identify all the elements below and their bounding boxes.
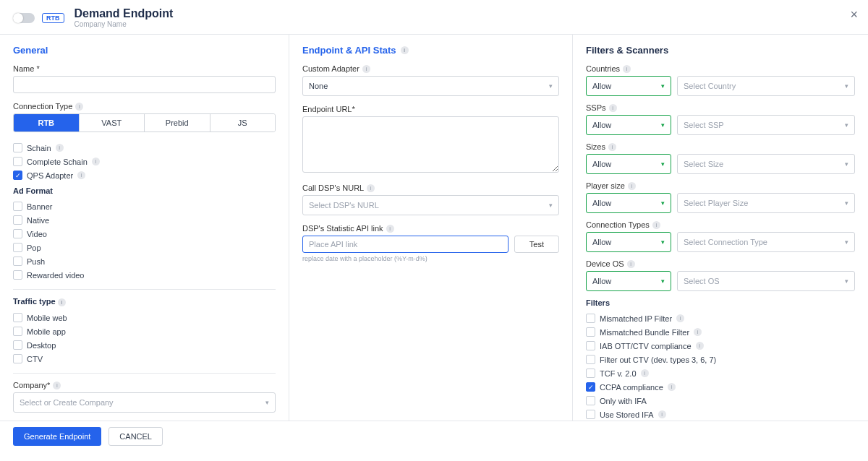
adformat-checkbox-4[interactable] [13,257,22,266]
value-select-2[interactable]: Select Size▾ [677,154,855,174]
filter-checkbox-2[interactable] [586,341,595,350]
generate-endpoint-button[interactable]: Generate Endpoint [13,427,101,446]
conn-vast[interactable]: VAST [79,114,145,132]
name-label: Name * [13,64,276,73]
section-general: General [13,45,276,56]
pair-label-0: Countries [586,64,620,73]
chain-checkbox-0[interactable] [13,143,22,152]
company-label: Company* [13,381,50,389]
chain-label-1: Complete Schain [27,158,88,166]
nurl-select[interactable]: Select DSP's NURL ▾ [302,195,559,215]
info-icon[interactable]: i [53,382,61,389]
filter-checkbox-0[interactable] [586,314,595,323]
info-icon[interactable]: i [56,144,64,152]
adformat-checkbox-2[interactable] [13,229,22,238]
adformat-checkbox-0[interactable] [13,202,22,211]
chevron-down-icon: ▾ [549,202,553,209]
info-icon[interactable]: i [676,314,684,322]
info-icon[interactable]: i [608,143,616,151]
info-icon[interactable]: i [77,171,85,179]
chain-checkbox-1[interactable] [13,157,22,166]
allow-select-0[interactable]: Allow▾ [586,76,671,96]
close-icon[interactable]: × [850,7,858,22]
adformat-checkbox-1[interactable] [13,215,22,225]
allow-select-3[interactable]: Allow▾ [586,193,671,213]
info-icon[interactable]: i [75,103,83,111]
api-link-input[interactable] [302,236,509,253]
allow-value-2: Allow [592,160,611,168]
conn-prebid[interactable]: Prebid [144,114,210,132]
value-select-4[interactable]: Select Connection Type▾ [677,232,855,252]
value-select-0[interactable]: Select Country▾ [677,76,855,96]
info-icon[interactable]: i [362,65,370,73]
nurl-placeholder: Select DSP's NURL [309,201,379,210]
filter-checkbox-3[interactable] [586,355,595,364]
allow-select-2[interactable]: Allow▾ [586,154,671,174]
allow-select-4[interactable]: Allow▾ [586,232,671,252]
value-select-3[interactable]: Select Player Size▾ [677,193,855,213]
allow-value-1: Allow [592,121,611,129]
info-icon[interactable]: i [627,260,635,268]
enable-toggle[interactable] [13,13,35,23]
adformat-label-2: Video [27,230,47,238]
name-input[interactable] [13,76,276,93]
chain-checkbox-2[interactable]: ✓ [13,171,22,180]
filter-checkbox-6[interactable] [586,396,595,405]
cancel-button[interactable]: CANCEL [109,427,163,446]
chevron-down-icon: ▾ [845,121,848,129]
info-icon[interactable]: i [696,342,704,350]
url-label: Endpoint URL* [302,105,559,113]
info-icon[interactable]: i [658,410,666,418]
adapter-select[interactable]: None ▾ [302,76,559,96]
info-icon[interactable]: i [623,65,631,73]
pair-label-2: Sizes [586,142,605,151]
value-select-1[interactable]: Select SSP▾ [677,115,855,135]
adapter-label: Custom Adapter [302,64,359,73]
conn-type-label: Connection Type [13,102,72,111]
traffic-checkbox-1[interactable] [13,327,22,336]
value-ph-5: Select OS [684,277,720,285]
info-icon[interactable]: i [92,158,100,165]
info-icon[interactable]: i [641,369,649,377]
traffic-checkbox-3[interactable] [13,354,22,363]
info-icon[interactable]: i [668,383,676,391]
filter-label-1: Mismatched Bundle Filter [600,328,689,337]
info-icon[interactable]: i [694,328,702,336]
value-ph-2: Select Size [684,160,723,168]
adformat-checkbox-3[interactable] [13,243,22,252]
info-icon[interactable]: i [609,104,617,112]
allow-value-0: Allow [592,82,611,90]
info-icon[interactable]: i [401,46,409,54]
footer: Generate Endpoint CANCEL [0,421,868,452]
pair-label-3: Player size [586,181,625,190]
info-icon[interactable]: i [652,221,660,229]
filter-checkbox-7[interactable] [586,410,595,419]
connection-type-group: RTB VAST Prebid JS [13,113,276,132]
traffic-checkbox-2[interactable] [13,340,22,350]
chevron-down-icon: ▾ [661,238,665,246]
filter-checkbox-4[interactable] [586,369,595,378]
chain-label-0: Schain [27,144,51,152]
filter-checkbox-5[interactable]: ✓ [586,382,595,392]
filter-checkbox-1[interactable] [586,327,595,337]
endpoint-url-input[interactable] [302,116,559,173]
api-label: DSP's Statistic API link [302,224,383,233]
info-icon[interactable]: i [367,184,375,192]
allow-select-1[interactable]: Allow▾ [586,115,671,135]
chevron-down-icon: ▾ [661,121,665,129]
chevron-down-icon: ▾ [661,160,665,168]
allow-select-5[interactable]: Allow▾ [586,271,671,291]
traffic-checkbox-0[interactable] [13,313,22,322]
adformat-checkbox-5[interactable] [13,270,22,280]
value-select-5[interactable]: Select OS▾ [677,271,855,291]
traffic-title: Traffic type [13,297,56,306]
conn-js[interactable]: JS [210,114,276,132]
pair-label-1: SSPs [586,103,606,112]
test-button[interactable]: Test [514,236,559,253]
info-icon[interactable]: i [386,225,394,233]
info-icon[interactable]: i [628,182,636,190]
conn-rtb[interactable]: RTB [14,114,79,132]
info-icon[interactable]: i [58,298,66,306]
company-select[interactable]: Select or Create Company ▾ [13,392,276,413]
filters-column: Filters & Scanners Countriesi Allow▾ Sel… [573,35,868,421]
